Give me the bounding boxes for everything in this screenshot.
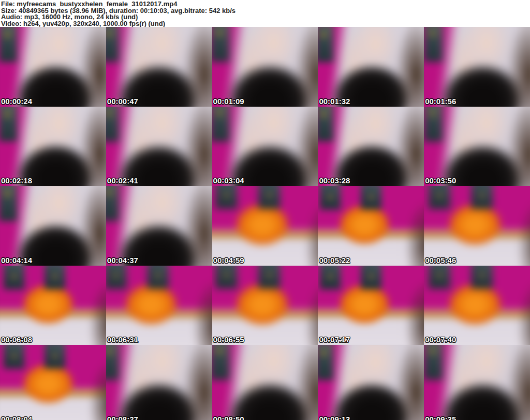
video-thumbnail: 00:06:31 xyxy=(106,266,212,345)
timestamp-overlay: 00:06:31 xyxy=(107,336,138,343)
thumbnail-image xyxy=(212,345,318,420)
timestamp-overlay: 00:09:35 xyxy=(425,415,456,420)
timestamp-overlay: 00:04:59 xyxy=(213,256,244,264)
timestamp-overlay: 00:09:13 xyxy=(319,415,350,420)
video-thumbnail: 00:03:04 xyxy=(212,107,318,186)
timestamp-overlay: 00:01:56 xyxy=(425,97,456,105)
thumbnail-image xyxy=(424,345,530,420)
timestamp-overlay: 00:00:47 xyxy=(107,97,138,105)
thumbnail-image xyxy=(424,27,530,107)
thumbnail-image xyxy=(318,27,424,107)
thumbnail-image xyxy=(212,27,318,107)
video-thumbnail: 00:05:22 xyxy=(318,186,424,266)
timestamp-overlay: 00:07:40 xyxy=(425,336,456,343)
video-thumbnail: 00:07:40 xyxy=(424,266,530,345)
timestamp-overlay: 00:05:46 xyxy=(425,256,456,264)
video-thumbnail: 00:01:56 xyxy=(424,27,530,107)
timestamp-overlay: 00:04:37 xyxy=(107,256,138,264)
thumbnail-image xyxy=(106,266,212,345)
thumbnail-image xyxy=(0,107,106,186)
video-thumbnail: 00:09:13 xyxy=(318,345,424,420)
thumbnail-image xyxy=(212,266,318,345)
video-thumbnail: 00:09:35 xyxy=(424,345,530,420)
thumbnail-image xyxy=(106,186,212,266)
thumbnail-image xyxy=(424,186,530,266)
thumbnail-image xyxy=(212,107,318,186)
thumbnail-image xyxy=(318,266,424,345)
timestamp-overlay: 00:06:08 xyxy=(1,336,32,343)
timestamp-overlay: 00:07:17 xyxy=(319,336,350,343)
file-metadata-header: File: myfreecams_bustyxxhelen_female_310… xyxy=(0,0,530,27)
thumbnail-image xyxy=(0,266,106,345)
video-info-line: Video: h264, yuv420p, 320x240, 1000.00 f… xyxy=(1,21,530,27)
timestamp-overlay: 00:00:24 xyxy=(1,97,32,105)
thumbnail-image xyxy=(424,107,530,186)
video-thumbnail: 00:01:32 xyxy=(318,27,424,107)
thumbnail-image xyxy=(106,107,212,186)
timestamp-overlay: 00:05:22 xyxy=(319,256,350,264)
thumbnail-image xyxy=(318,107,424,186)
thumbnail-image xyxy=(106,345,212,420)
video-thumbnail: 00:08:27 xyxy=(106,345,212,420)
timestamp-overlay: 00:02:18 xyxy=(1,177,32,184)
video-thumbnail: 00:01:09 xyxy=(212,27,318,107)
video-thumbnail: 00:08:50 xyxy=(212,345,318,420)
video-thumbnail: 00:02:41 xyxy=(106,107,212,186)
timestamp-overlay: 00:04:14 xyxy=(1,256,32,264)
thumbnail-image xyxy=(424,266,530,345)
thumbnail-image xyxy=(0,27,106,107)
thumbnail-image xyxy=(318,345,424,420)
timestamp-overlay: 00:02:41 xyxy=(107,177,138,184)
video-thumbnail: 00:00:24 xyxy=(0,27,106,107)
thumbnail-image xyxy=(0,345,106,420)
video-thumbnail: 00:08:04 xyxy=(0,345,106,420)
video-thumbnail: 00:05:46 xyxy=(424,186,530,266)
thumbnail-image xyxy=(106,27,212,107)
video-thumbnail: 00:04:14 xyxy=(0,186,106,266)
thumbnail-grid: 00:00:24 00:00:47 00:01:09 00:01:32 00:0… xyxy=(0,27,530,420)
thumbnail-image xyxy=(318,186,424,266)
thumbnail-image xyxy=(212,186,318,266)
timestamp-overlay: 00:03:28 xyxy=(319,177,350,184)
video-thumbnail: 00:04:59 xyxy=(212,186,318,266)
video-thumbnail: 00:06:08 xyxy=(0,266,106,345)
timestamp-overlay: 00:01:09 xyxy=(213,97,244,105)
video-thumbnail: 00:04:37 xyxy=(106,186,212,266)
video-thumbnail: 00:06:55 xyxy=(212,266,318,345)
timestamp-overlay: 00:03:04 xyxy=(213,177,244,184)
timestamp-overlay: 00:03:50 xyxy=(425,177,456,184)
timestamp-overlay: 00:01:32 xyxy=(319,97,350,105)
timestamp-overlay: 00:08:27 xyxy=(107,415,138,420)
video-thumbnail: 00:00:47 xyxy=(106,27,212,107)
thumbnail-image xyxy=(0,186,106,266)
timestamp-overlay: 00:08:50 xyxy=(213,415,244,420)
video-thumbnail: 00:03:28 xyxy=(318,107,424,186)
video-thumbnail: 00:03:50 xyxy=(424,107,530,186)
video-thumbnail: 00:02:18 xyxy=(0,107,106,186)
timestamp-overlay: 00:08:04 xyxy=(1,415,32,420)
video-thumbnail: 00:07:17 xyxy=(318,266,424,345)
timestamp-overlay: 00:06:55 xyxy=(213,336,244,343)
